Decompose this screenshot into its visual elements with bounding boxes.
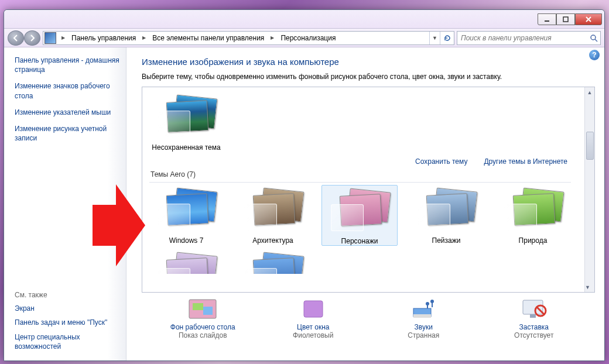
see-also-ease[interactable]: Центр специальных возможностей xyxy=(15,332,121,351)
svg-rect-4 xyxy=(193,303,203,310)
setting-value: Отсутствует xyxy=(484,331,584,339)
theme-partial-2[interactable] xyxy=(235,249,311,276)
help-icon[interactable]: ? xyxy=(589,50,600,60)
setting-label: Фон рабочего стола xyxy=(153,323,252,331)
themes-scroll-area: Несохраненная тема Сохранить тему Другие… xyxy=(142,87,595,293)
refresh-button[interactable] xyxy=(440,32,454,44)
settings-row: Фон рабочего стола Показ слайдов Цвет ок… xyxy=(142,293,595,339)
main-pane: ? Изменение изображения и звука на компь… xyxy=(126,47,604,360)
see-also-title: См. также xyxy=(15,291,121,299)
svg-rect-12 xyxy=(530,314,536,318)
breadcrumb-seg1[interactable]: Панель управления xyxy=(69,32,138,44)
svg-rect-0 xyxy=(545,20,549,22)
sidebar-link-pointers[interactable]: Изменение указателей мыши xyxy=(15,108,121,117)
svg-rect-11 xyxy=(523,300,543,314)
theme-unsaved[interactable]: Несохраненная тема xyxy=(148,92,224,152)
svg-rect-5 xyxy=(203,307,213,315)
breadcrumb-seg3[interactable]: Персонализация xyxy=(278,32,338,44)
sidebar-home-link[interactable]: Панель управления - домашняя страница xyxy=(15,56,121,74)
window-color-button[interactable]: Цвет окна Фиолетовый xyxy=(264,297,363,339)
wallpaper-icon xyxy=(187,297,218,321)
control-panel-icon xyxy=(45,32,56,44)
theme-unsaved-label: Несохраненная тема xyxy=(148,143,224,152)
svg-point-2 xyxy=(591,35,596,40)
svg-rect-6 xyxy=(304,301,323,317)
scroll-thumb[interactable] xyxy=(586,132,594,160)
svg-rect-1 xyxy=(563,17,568,22)
theme-label: Природа xyxy=(495,236,571,245)
sidebar-link-account-picture[interactable]: Изменение рисунка учетной записи xyxy=(15,124,121,143)
setting-label: Звуки xyxy=(374,323,473,331)
see-also-display[interactable]: Экран xyxy=(15,304,121,313)
theme-nature[interactable]: Природа xyxy=(495,185,571,246)
theme-label: Windows 7 xyxy=(148,236,224,245)
setting-value: Странная xyxy=(374,331,473,339)
see-also-taskbar[interactable]: Панель задач и меню "Пуск" xyxy=(15,318,121,327)
side-pane: Панель управления - домашняя страница Из… xyxy=(4,47,126,360)
personalization-window: ▶ Панель управления ▶ Все элементы панел… xyxy=(4,9,605,361)
theme-label: Архитектура xyxy=(235,236,311,245)
page-subtitle: Выберите тему, чтобы одновременно измени… xyxy=(142,73,595,81)
theme-landscapes[interactable]: Пейзажи xyxy=(408,185,484,246)
sounds-button[interactable]: Звуки Странная xyxy=(374,297,473,339)
theme-windows7[interactable]: Windows 7 xyxy=(148,185,224,246)
setting-value: Фиолетовый xyxy=(264,331,363,339)
titlebar xyxy=(4,10,604,29)
address-dropdown[interactable]: ▼ xyxy=(429,32,440,44)
close-button[interactable] xyxy=(575,13,602,25)
minimize-button[interactable] xyxy=(538,13,556,25)
theme-partial-1[interactable] xyxy=(148,249,224,276)
desktop-background-button[interactable]: Фон рабочего стола Показ слайдов xyxy=(153,297,252,339)
search-input[interactable] xyxy=(457,34,587,42)
aero-section-label: Темы Aero (7) xyxy=(148,168,581,182)
section-divider xyxy=(149,182,571,183)
page-title: Изменение изображения и звука на компьют… xyxy=(142,57,595,67)
color-icon xyxy=(297,297,329,321)
screensaver-icon xyxy=(518,297,550,321)
setting-label: Цвет окна xyxy=(264,323,363,331)
more-themes-link[interactable]: Другие темы в Интернете xyxy=(484,157,567,166)
search-icon xyxy=(587,34,600,42)
scroll-down-icon[interactable]: ▼ xyxy=(585,282,590,292)
theme-architecture[interactable]: Архитектура xyxy=(235,185,311,246)
scroll-up-icon[interactable]: ▲ xyxy=(585,87,594,97)
setting-value: Показ слайдов xyxy=(153,331,252,339)
sidebar-link-desktop-icons[interactable]: Изменение значков рабочего стола xyxy=(15,81,121,100)
search-box[interactable] xyxy=(457,31,601,45)
theme-label: Пейзажи xyxy=(408,236,484,245)
theme-label: Персонажи xyxy=(322,237,397,245)
navbar: ▶ Панель управления ▶ Все элементы панел… xyxy=(4,29,604,47)
save-theme-link[interactable]: Сохранить тему xyxy=(415,157,467,166)
sounds-icon xyxy=(408,297,439,321)
address-bar[interactable]: ▶ Панель управления ▶ Все элементы панел… xyxy=(43,31,454,45)
maximize-button[interactable] xyxy=(556,13,575,25)
theme-characters[interactable]: Персонажи xyxy=(321,185,398,246)
setting-label: Заставка xyxy=(484,323,584,331)
svg-rect-8 xyxy=(413,314,431,318)
nav-forward-button[interactable] xyxy=(24,30,40,46)
nav-back-button[interactable] xyxy=(8,30,24,46)
screensaver-button[interactable]: Заставка Отсутствует xyxy=(484,297,584,339)
breadcrumb-seg2[interactable]: Все элементы панели управления xyxy=(150,32,266,44)
scrollbar[interactable]: ▲ ▼ xyxy=(584,87,594,292)
